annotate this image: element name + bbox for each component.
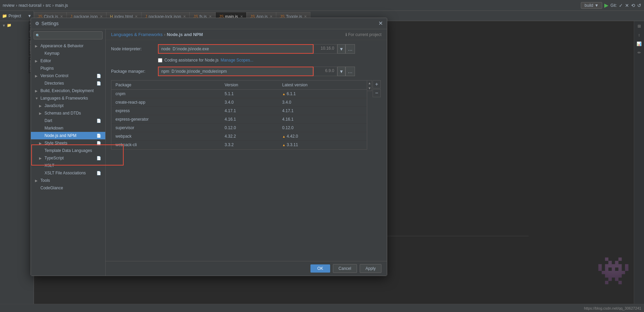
apply-button[interactable]: Apply [360,264,381,273]
content-body: Node interpreter: 10.16.0 ▼ … Coding ass… [106,40,387,261]
node-interpreter-dropdown-btn[interactable]: ▼ [337,44,345,54]
nav-editor[interactable]: ▶ Editor [31,57,105,65]
right-panel: ⊞ ↕ 📊 ✏ [634,21,644,304]
nav-javascript[interactable]: ▶ JavaScript [31,102,105,109]
update-arrow-icon: ▲ [282,135,286,138]
modal-close-button[interactable]: ✕ [378,21,383,26]
bc-nodejs-npm: Node.js and NPM [167,32,203,37]
pkg-name: supervisor [111,124,220,132]
pkg-name: webpack [111,132,220,141]
table-row[interactable]: create-react-app 3.4.0 3.4.0 [111,98,367,107]
pkg-latest: ▲ 6.1.1 [278,90,367,98]
table-action-btns: + − [373,80,381,97]
ts-page-icon: 📄 [96,156,101,160]
add-package-button[interactable]: + [373,80,381,88]
bc-review[interactable]: review [3,3,15,8]
settings-nav: ▶ Appearance & Behavior Keymap ▶ Editor … [31,29,106,276]
right-icon-3[interactable]: 📊 [637,41,642,46]
refresh-icon[interactable]: ↺ [637,3,641,8]
git-checkmark-icon[interactable]: ✓ [619,3,623,8]
clock-icon[interactable]: ⟲ [631,3,635,8]
bc-project: ℹ For current project [345,32,381,37]
table-row[interactable]: express-generator 4.16.1 4.16.1 [111,115,367,124]
nav-keymap[interactable]: Keymap [31,50,105,57]
run-button[interactable]: ▶ [604,2,608,8]
manage-scopes-link[interactable]: Manage Scopes... [220,58,253,63]
table-row[interactable]: supervisor 0.12.0 0.12.0 [111,124,367,132]
ok-button[interactable]: OK [310,264,330,273]
nav-typescript[interactable]: ▶ TypeScript 📄 [31,154,105,162]
nav-xslt[interactable]: XSLT [31,162,105,169]
nav-appearance-behavior[interactable]: ▶ Appearance & Behavior [31,42,105,50]
nav-codeglance[interactable]: CodeGlance [31,184,105,192]
package-manager-more-btn[interactable]: … [345,67,355,76]
col-version: Version [220,81,278,90]
table-row[interactable]: webpack-cli 3.3.2 ▲ 3.3.11 [111,141,367,149]
nav-version-control[interactable]: ▶ Version Control 📄 [31,72,105,80]
table-scrollbar[interactable]: ▲ ▼ [367,80,372,91]
nav-tools[interactable]: ▶ Tools [31,177,105,184]
pkg-latest: 4.16.1 [278,115,367,124]
nav-xslt-file-assoc[interactable]: XSLT File Associations 📄 [31,169,105,177]
nav-directories[interactable]: Directories 📄 [31,80,105,87]
bc-src[interactable]: src [46,3,51,8]
xslt-page-icon: 📄 [96,171,101,175]
settings-content: Languages & Frameworks › Node.js and NPM… [106,29,387,276]
nav-dart[interactable]: Dart 📄 [31,117,105,124]
nav-style-sheets[interactable]: ▶ Style Sheets 📄 [31,139,105,147]
info-icon: ℹ [345,32,347,37]
style-arrow-icon: ▶ [39,141,43,145]
coding-assistance-checkbox[interactable] [158,58,162,63]
project-label[interactable]: 📁 Project ▼ [0,11,34,21]
table-row[interactable]: express 4.17.1 4.17.1 [111,107,367,115]
right-deco: 👾 [529,21,634,304]
table-row[interactable]: webpack 4.32.2 ▲ 4.42.0 [111,132,367,141]
tools-arrow-icon: ▶ [35,179,39,183]
settings-gear-icon: ⚙ [35,21,39,26]
vc-page-icon: 📄 [96,74,101,78]
dart-page-icon: 📄 [96,119,101,123]
right-icon-4[interactable]: ✏ [638,50,641,55]
scroll-down-arrow[interactable]: ▼ [367,86,372,91]
nav-markdown[interactable]: Markdown [31,124,105,132]
bc-mainjs[interactable]: main.js [55,3,68,8]
package-manager-version: 6.9.0 [314,67,337,76]
git-label: Git: [610,3,617,8]
nodejs-page-icon: 📄 [96,134,101,138]
right-icon-2[interactable]: ↕ [638,33,640,37]
bc-react[interactable]: react-turorail [19,3,41,8]
pkg-latest: 0.12.0 [278,124,367,132]
cancel-button[interactable]: Cancel [333,264,357,273]
package-manager-input[interactable] [158,67,314,76]
nav-nodejs-npm[interactable]: Node.js and NPM 📄 [31,132,105,139]
settings-search-input[interactable] [34,31,103,39]
node-interpreter-more-btn[interactable]: … [345,44,355,54]
pkg-version: 4.17.1 [220,107,278,115]
pkg-version: 5.1.1 [220,90,278,98]
coding-assistance-label: Coding assistance for Node.js [164,58,218,63]
build-button[interactable]: build ▼ [581,2,602,9]
git-x-icon[interactable]: ✕ [625,3,629,8]
node-interpreter-label: Node interpreter: [111,47,155,51]
nav-template-langs[interactable]: Template Data Languages [31,147,105,154]
top-bar-right: build ▼ ▶ Git: ✓ ✕ ⟲ ↺ [581,2,641,9]
bc-separator: › [164,32,165,37]
node-interpreter-input[interactable] [158,44,314,54]
deco-character: 👾 [596,255,630,287]
package-manager-dropdown-btn[interactable]: ▼ [337,67,345,76]
package-table-area: Package Version Latest version cnpm 5.1.… [111,80,381,150]
project-root[interactable]: ▼📁 [2,22,32,28]
bc-lang-frameworks[interactable]: Languages & Frameworks [111,32,163,37]
vc-arrow-icon: ▶ [35,74,39,78]
pkg-name: express [111,107,220,115]
table-row[interactable]: cnpm 5.1.1 ▲ 6.1.1 [111,90,367,98]
nav-lang-frameworks[interactable]: ▼ Languages & Frameworks [31,94,105,102]
nav-plugins[interactable]: Plugins [31,65,105,72]
scroll-up-arrow[interactable]: ▲ [367,81,372,86]
right-icon-1[interactable]: ⊞ [638,24,641,29]
remove-package-button[interactable]: − [373,89,381,97]
nav-build-exec[interactable]: ▶ Build, Execution, Deployment [31,87,105,94]
table-scroll[interactable]: Package Version Latest version cnpm 5.1.… [111,81,367,149]
lang-arrow-icon: ▼ [35,97,39,100]
nav-schemas-dtds[interactable]: ▶ Schemas and DTDs [31,109,105,117]
